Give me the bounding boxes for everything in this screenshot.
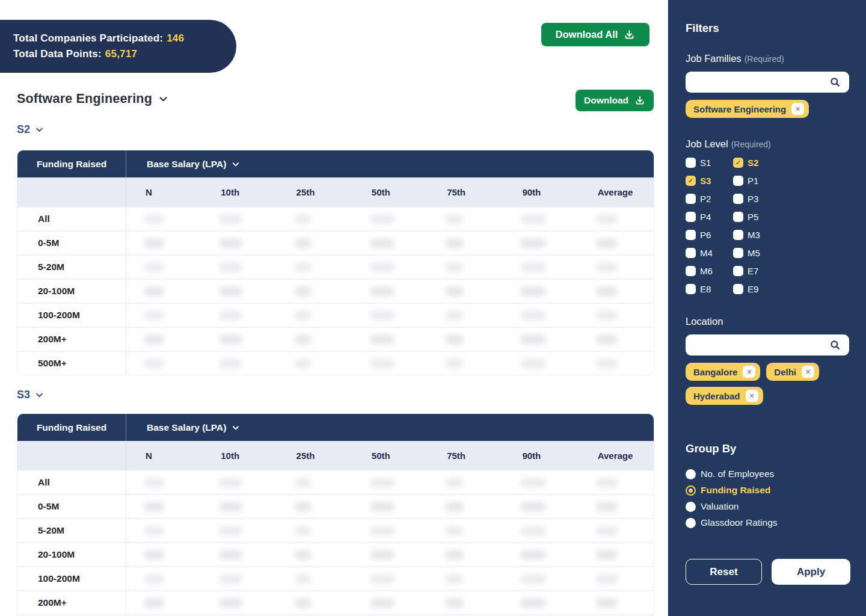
redacted-value <box>220 478 242 487</box>
job-level-checkbox-s3[interactable]: S3 <box>686 176 733 186</box>
row-label: 20-100M <box>17 280 126 303</box>
table-row: 200M+ <box>17 590 654 614</box>
checkbox-icon <box>686 230 696 240</box>
section-header-s3[interactable]: S3 <box>17 389 44 401</box>
redacted-value <box>370 574 394 584</box>
section-header-s2[interactable]: S2 <box>17 123 44 136</box>
column-header-average: Average <box>579 177 654 206</box>
chevron-down-icon[interactable] <box>35 125 44 134</box>
chevron-down-icon[interactable] <box>158 94 168 104</box>
download-icon <box>634 95 645 106</box>
filters-title: Filters <box>686 22 849 35</box>
job-family-title-row[interactable]: Software Engineering <box>17 91 168 106</box>
download-all-button[interactable]: Download All <box>541 23 650 46</box>
group-by-radio-employees[interactable]: No. of Employees <box>686 469 849 479</box>
checkbox-icon <box>686 194 696 204</box>
job-level-checkbox-s2[interactable]: S2 <box>733 158 849 168</box>
job-level-checkbox-p3[interactable]: P3 <box>733 194 849 204</box>
remove-tag-icon[interactable]: ✕ <box>802 366 814 378</box>
column-header-90th: 90th <box>503 441 578 470</box>
redacted-value <box>521 263 545 272</box>
table-subheader-row: N 10th 25th 50th 75th 90th Average <box>17 177 654 206</box>
redacted-value <box>597 335 617 344</box>
job-level-checkbox-p4[interactable]: P4 <box>686 212 733 222</box>
job-level-checkbox-e7[interactable]: E7 <box>733 266 849 276</box>
radio-icon <box>686 518 696 528</box>
summary-banner: Total Companies Participated:146 Total D… <box>0 20 236 73</box>
redacted-value <box>446 335 463 344</box>
redacted-value <box>446 311 463 320</box>
main-content: Total Companies Participated:146 Total D… <box>0 0 668 616</box>
redacted-value <box>295 478 311 487</box>
location-search-input[interactable] <box>686 334 849 356</box>
chevron-down-icon[interactable] <box>232 424 240 432</box>
base-salary-label: Base Salary (LPA) <box>147 159 226 170</box>
redacted-value <box>295 287 311 296</box>
redacted-value <box>144 502 164 511</box>
total-datapoints-value: 65,717 <box>105 48 137 60</box>
redacted-value <box>370 263 394 272</box>
remove-tag-icon[interactable]: ✕ <box>791 103 804 115</box>
group-by-radio-valuation[interactable]: Valuation <box>686 501 849 512</box>
checkbox-icon <box>686 284 696 294</box>
redacted-value <box>597 599 617 608</box>
redacted-value <box>220 550 242 559</box>
redacted-value <box>521 311 545 320</box>
job-level-checkbox-e9[interactable]: E9 <box>733 284 849 294</box>
redacted-value <box>144 574 164 584</box>
row-label: All <box>17 471 126 494</box>
job-level-checkbox-p5[interactable]: P5 <box>733 212 849 222</box>
tag-label: Hyderabad <box>693 391 740 401</box>
table-row: 0-5M <box>17 230 654 254</box>
table-row: 20-100M <box>17 542 654 566</box>
base-salary-header[interactable]: Base Salary (LPA) <box>126 150 654 177</box>
job-level-checkbox-m3[interactable]: M3 <box>733 230 849 240</box>
redacted-value <box>521 526 545 535</box>
redacted-value <box>521 502 545 511</box>
chevron-down-icon[interactable] <box>232 160 240 168</box>
table-row: 5-20M <box>17 254 654 279</box>
remove-tag-icon[interactable]: ✕ <box>743 366 755 378</box>
location-tags: Bangalore✕ Delhi✕ Hyderabad✕ <box>686 363 849 405</box>
search-icon <box>829 339 841 351</box>
redacted-value <box>597 239 617 248</box>
job-level-checkbox-m5[interactable]: M5 <box>733 248 849 258</box>
job-level-checkbox-m6[interactable]: M6 <box>686 266 733 276</box>
row-label: 5-20M <box>17 256 126 279</box>
redacted-value <box>446 502 463 511</box>
job-level-checkbox-e8[interactable]: E8 <box>686 284 733 294</box>
apply-button[interactable]: Apply <box>772 559 850 585</box>
row-label: 200M+ <box>17 591 126 614</box>
chevron-down-icon[interactable] <box>35 390 44 399</box>
redacted-value <box>521 239 545 248</box>
group-by-radio-glassdoor[interactable]: Glassdoor Ratings <box>686 517 849 528</box>
job-level-label: Job Level <box>686 138 728 149</box>
reset-button[interactable]: Reset <box>686 559 762 585</box>
remove-tag-icon[interactable]: ✕ <box>746 390 758 402</box>
group-by-radio-funding-raised[interactable]: Funding Raised <box>686 485 849 496</box>
redacted-value <box>446 215 463 224</box>
redacted-value <box>370 526 394 535</box>
total-companies-label: Total Companies Participated: <box>13 32 163 44</box>
job-level-checkbox-m4[interactable]: M4 <box>686 248 733 258</box>
redacted-value <box>144 287 164 296</box>
redacted-value <box>144 239 164 248</box>
job-families-search-input[interactable] <box>686 72 849 93</box>
tag-label: Software Engineering <box>693 104 786 114</box>
column-header-75th: 75th <box>428 177 503 206</box>
redacted-value <box>446 526 463 535</box>
filters-sidebar: Filters Job Families(Required) Software … <box>668 0 866 616</box>
job-level-checkbox-s1[interactable]: S1 <box>686 158 733 168</box>
job-level-checkbox-p6[interactable]: P6 <box>686 230 733 240</box>
checkbox-icon <box>686 248 696 258</box>
funding-raised-header: Funding Raised <box>17 414 126 441</box>
job-level-checkbox-p1[interactable]: P1 <box>733 176 849 186</box>
redacted-value <box>446 599 463 608</box>
base-salary-header[interactable]: Base Salary (LPA) <box>126 414 654 441</box>
row-label: 500M+ <box>17 352 126 375</box>
job-level-checkbox-p2[interactable]: P2 <box>686 194 733 204</box>
redacted-value <box>446 263 463 272</box>
job-level-required-note: (Required) <box>731 140 771 149</box>
redacted-value <box>295 359 311 368</box>
download-section-button[interactable]: Download <box>576 90 654 111</box>
